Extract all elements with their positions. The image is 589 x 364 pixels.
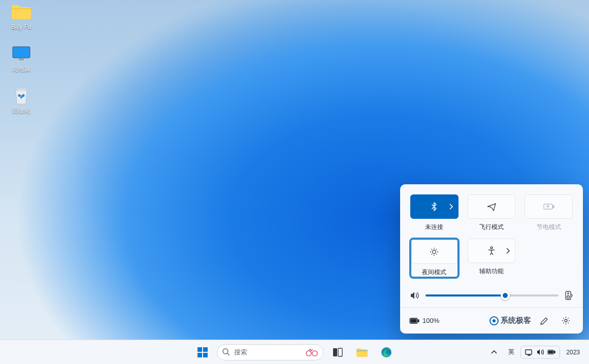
- svg-rect-14: [411, 319, 416, 322]
- settings-button[interactable]: [558, 313, 574, 329]
- desktop-icon-label: 此电脑: [12, 65, 30, 74]
- accessibility-icon: [487, 246, 496, 255]
- desktop-icon-recycle-bin[interactable]: 回收站: [2, 85, 41, 115]
- language-label: 英: [508, 348, 514, 356]
- desktop-icon-this-pc[interactable]: 此电脑: [2, 44, 41, 74]
- search-decoration-icon: [304, 348, 318, 356]
- qs-tile-bluetooth: 未连接: [410, 194, 459, 231]
- qs-tile-night-light-highlight: 夜间模式: [410, 239, 459, 278]
- svg-rect-4: [17, 88, 26, 90]
- qs-button-battery-saver[interactable]: [525, 194, 573, 219]
- svg-rect-27: [356, 350, 368, 351]
- taskbar-search[interactable]: 搜索: [217, 344, 323, 360]
- bluetooth-icon: [430, 202, 438, 211]
- tray-language[interactable]: 英: [504, 346, 518, 358]
- taskbar-tray: 英 2023: [486, 346, 589, 359]
- taskbar-center: 搜索: [192, 342, 397, 362]
- airplane-icon: [487, 202, 496, 211]
- volume-icon[interactable]: [410, 291, 419, 300]
- taskbar: 搜索 英: [0, 340, 589, 364]
- quick-settings-panel: 未连接 飞行模式 节电模式: [400, 184, 583, 334]
- edit-button[interactable]: [536, 313, 552, 329]
- svg-point-16: [493, 319, 496, 322]
- folder-icon: [10, 2, 32, 22]
- qs-label: 夜间模式: [422, 268, 446, 277]
- night-light-icon: [430, 247, 439, 256]
- qs-tile-accessibility: 辅助功能: [468, 239, 516, 278]
- qs-tile-airplane: 飞行模式: [468, 194, 516, 231]
- qs-button-accessibility[interactable]: [468, 239, 516, 263]
- chevron-right-icon: [449, 204, 453, 210]
- watermark: 系统极客: [489, 316, 531, 325]
- volume-icon: [536, 348, 544, 356]
- svg-point-11: [568, 293, 569, 294]
- svg-rect-20: [198, 353, 202, 357]
- svg-point-23: [306, 351, 311, 356]
- start-button[interactable]: [192, 342, 213, 362]
- svg-rect-3: [17, 60, 26, 62]
- svg-rect-2: [19, 58, 24, 60]
- svg-rect-21: [203, 353, 208, 357]
- desktop-icon-label: 回收站: [12, 107, 30, 115]
- chevron-right-icon: [506, 248, 510, 254]
- svg-rect-18: [198, 347, 202, 352]
- svg-point-7: [433, 250, 436, 254]
- qs-label: 节电模式: [537, 223, 561, 231]
- qs-tile-night-light: 夜间模式: [411, 240, 457, 277]
- svg-point-17: [565, 319, 567, 322]
- qs-button-airplane[interactable]: [468, 194, 516, 219]
- svg-rect-6: [553, 206, 554, 208]
- svg-rect-26: [338, 348, 342, 356]
- svg-rect-0: [13, 47, 30, 58]
- svg-rect-25: [333, 348, 337, 356]
- qs-label: 辅助功能: [479, 267, 504, 276]
- desktop-icon-label: Billy Fu: [11, 23, 31, 30]
- clock-text: 2023: [566, 349, 580, 356]
- svg-point-10: [567, 296, 570, 299]
- taskbar-app-explorer[interactable]: [352, 342, 372, 362]
- battery-text: 100%: [422, 317, 439, 324]
- monitor-icon: [10, 44, 32, 64]
- audio-output-icon[interactable]: [565, 291, 573, 300]
- tray-clock[interactable]: 2023: [562, 347, 584, 358]
- qs-tile-battery-saver: 节电模式: [525, 194, 573, 231]
- qs-button-night-light[interactable]: [411, 240, 457, 264]
- tray-overflow-button[interactable]: [486, 346, 502, 358]
- battery-icon: [547, 348, 555, 356]
- task-view-button[interactable]: [328, 342, 348, 362]
- qs-label: 未连接: [425, 223, 443, 231]
- svg-rect-13: [418, 320, 419, 322]
- qs-footer: 100% 系统极客: [400, 307, 583, 334]
- tray-quick-settings[interactable]: [520, 346, 560, 359]
- volume-row: [410, 291, 573, 300]
- search-icon: [222, 348, 230, 356]
- desktop-icon-user-folder[interactable]: Billy Fu: [2, 2, 41, 30]
- volume-slider[interactable]: [426, 294, 559, 296]
- search-placeholder: 搜索: [234, 348, 300, 357]
- svg-point-24: [312, 351, 317, 356]
- svg-rect-19: [203, 347, 208, 352]
- battery-status[interactable]: 100%: [409, 317, 439, 324]
- recycle-bin-icon: [10, 85, 32, 106]
- svg-point-8: [490, 247, 493, 249]
- network-icon: [525, 348, 533, 356]
- qs-label: 飞行模式: [479, 223, 504, 231]
- battery-saver-icon: [543, 203, 554, 210]
- taskbar-app-edge[interactable]: [376, 342, 397, 362]
- svg-rect-31: [554, 351, 555, 353]
- svg-rect-32: [549, 351, 553, 353]
- svg-rect-29: [526, 350, 532, 354]
- qs-button-bluetooth[interactable]: [410, 194, 459, 219]
- svg-point-22: [223, 349, 228, 354]
- chevron-up-icon: [490, 348, 498, 356]
